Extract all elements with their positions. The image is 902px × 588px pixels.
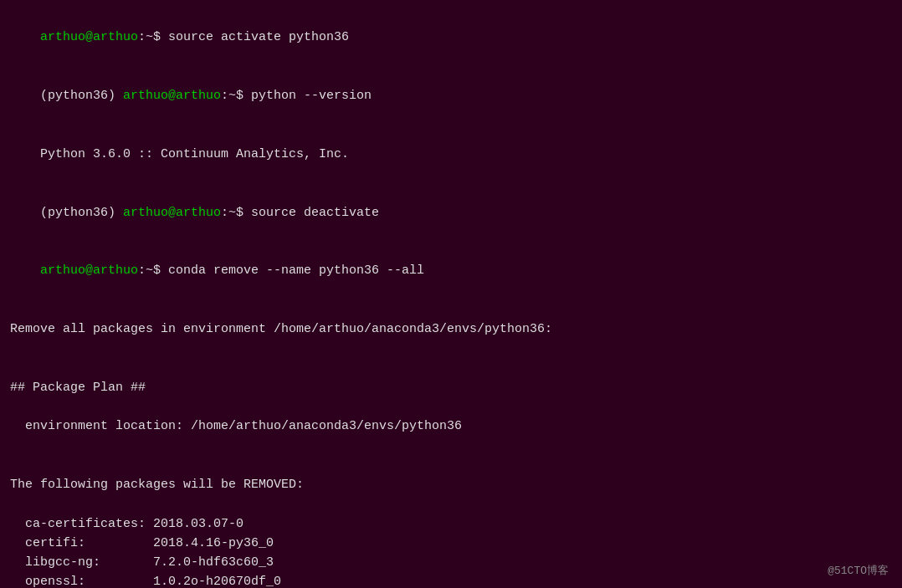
terminal-output: Remove all packages in environment /home… xyxy=(10,320,892,339)
terminal-output: ## Package Plan ## xyxy=(10,378,892,397)
watermark: @51CTO博客 xyxy=(828,563,889,578)
blank-line xyxy=(10,397,892,417)
command-text: python --version xyxy=(251,89,372,103)
terminal-output: The following packages will be REMOVED: xyxy=(10,475,892,494)
terminal-output: certifi: 2018.4.16-py36_0 xyxy=(10,534,892,553)
prompt-user: arthuo@arthuo xyxy=(123,89,221,103)
blank-line xyxy=(10,494,892,514)
terminal-line: (python36) arthuo@arthuo:~$ python --ver… xyxy=(10,67,892,125)
terminal-output: ca-certificates: 2018.03.07-0 xyxy=(10,514,892,534)
blank-line xyxy=(10,456,892,475)
command-text: source deactivate xyxy=(251,206,379,220)
command-text: source activate python36 xyxy=(168,30,349,44)
terminal-output: Python 3.6.0 :: Continuum Analytics, Inc… xyxy=(10,125,892,184)
command-text: conda remove --name python36 --all xyxy=(168,263,424,278)
blank-line xyxy=(10,437,892,456)
terminal-line: arthuo@arthuo:~$ source activate python3… xyxy=(10,8,892,67)
terminal-window: arthuo@arthuo:~$ source activate python3… xyxy=(0,0,902,588)
terminal-output: openssl: 1.0.2o-h20670df_0 xyxy=(10,572,892,588)
blank-line xyxy=(10,300,892,320)
prompt-user: arthuo@arthuo xyxy=(123,206,221,220)
terminal-line: (python36) arthuo@arthuo:~$ source deact… xyxy=(10,183,892,242)
prompt-user: arthuo@arthuo xyxy=(40,263,138,278)
terminal-output: environment location: /home/arthuo/anaco… xyxy=(10,417,892,436)
blank-line xyxy=(10,359,892,378)
prompt-user: arthuo@arthuo xyxy=(40,30,138,44)
blank-line xyxy=(10,339,892,358)
terminal-output: libgcc-ng: 7.2.0-hdf63c60_3 xyxy=(10,553,892,572)
terminal-line: arthuo@arthuo:~$ conda remove --name pyt… xyxy=(10,242,892,300)
